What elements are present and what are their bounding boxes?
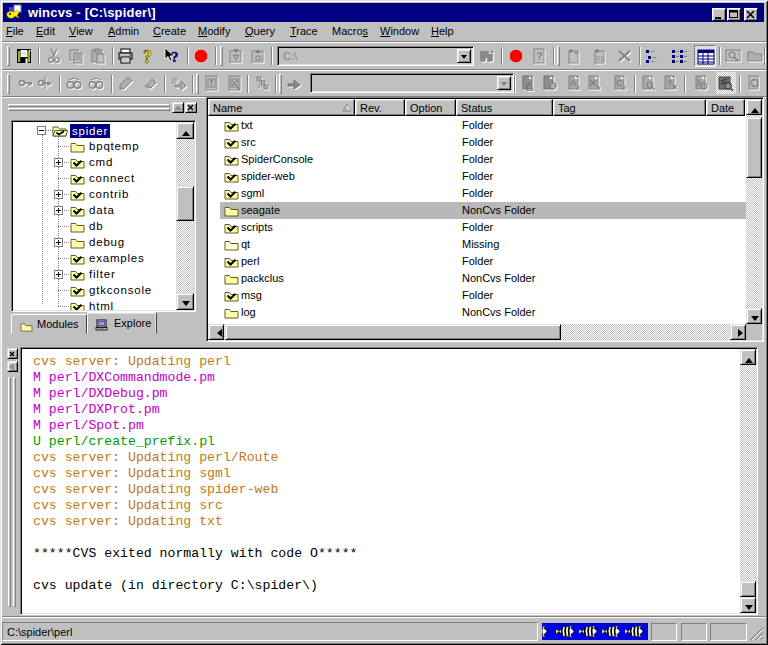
svg-text:?: ?	[667, 78, 673, 88]
svg-text:?: ?	[171, 49, 179, 65]
svg-text:01: 01	[596, 55, 604, 62]
svg-text:?: ?	[536, 50, 543, 62]
svg-text:a: a	[622, 83, 627, 91]
svg-text:a: a	[576, 83, 581, 91]
svg-text:?: ?	[143, 48, 152, 64]
svg-text:a: a	[596, 83, 601, 91]
